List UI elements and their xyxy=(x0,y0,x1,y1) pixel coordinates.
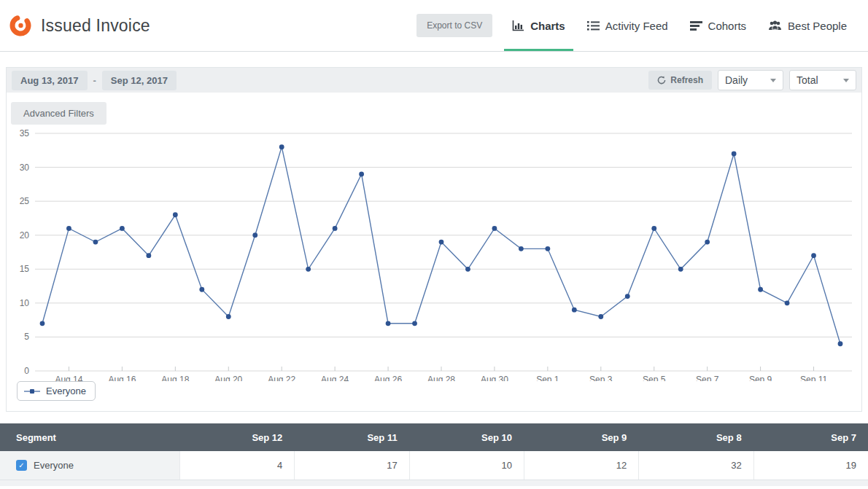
data-point xyxy=(279,144,284,149)
tab-label: Cohorts xyxy=(708,20,747,32)
svg-text:Sep 9: Sep 9 xyxy=(749,375,772,381)
data-point xyxy=(705,240,710,245)
list-icon xyxy=(587,20,600,31)
svg-text:Sep 5: Sep 5 xyxy=(643,375,666,381)
data-point xyxy=(545,246,550,251)
chart-toolbar: Aug 13, 2017 - Sep 12, 2017 Refresh Dail… xyxy=(7,68,861,93)
table-body: ✓Everyone41710123219 xyxy=(0,451,868,480)
tab-label: Best People xyxy=(788,20,847,32)
value-cell: 17 xyxy=(294,451,408,480)
svg-text:Sep 1: Sep 1 xyxy=(536,375,559,381)
start-date-button[interactable]: Aug 13, 2017 xyxy=(12,71,88,90)
segment-checkbox[interactable]: ✓ xyxy=(16,460,27,471)
rows-icon xyxy=(690,20,702,31)
data-point xyxy=(678,267,683,272)
people-icon xyxy=(768,20,782,31)
svg-text:Aug 20: Aug 20 xyxy=(214,375,242,381)
tab-activity-feed[interactable]: Activity Feed xyxy=(576,0,679,51)
data-point xyxy=(465,267,470,272)
svg-text:Aug 14: Aug 14 xyxy=(55,375,82,381)
svg-text:5: 5 xyxy=(24,332,29,342)
column-header: Segment xyxy=(0,432,179,443)
app-header: Issued Invoice Export to CSV Charts xyxy=(0,0,868,52)
data-point xyxy=(173,212,178,217)
refresh-label: Refresh xyxy=(670,75,703,85)
column-header: Sep 12 xyxy=(179,432,294,443)
app-logo-icon[interactable] xyxy=(7,12,34,39)
value-cell: 32 xyxy=(638,451,753,480)
svg-text:Aug 24: Aug 24 xyxy=(321,375,349,381)
legend-label: Everyone xyxy=(46,386,86,396)
line-chart-svg: 05101520253035Aug 14Aug 16Aug 18Aug 20Au… xyxy=(7,125,861,381)
svg-text:Aug 18: Aug 18 xyxy=(161,375,189,381)
filters-row: Advanced Filters xyxy=(7,93,861,125)
data-point xyxy=(120,226,125,231)
value-cell: 10 xyxy=(409,451,524,480)
column-header: Sep 9 xyxy=(524,432,638,443)
data-point xyxy=(758,287,763,292)
svg-text:Aug 28: Aug 28 xyxy=(427,375,455,381)
line-chart: 05101520253035Aug 14Aug 16Aug 18Aug 20Au… xyxy=(7,125,861,381)
column-header: Sep 10 xyxy=(409,432,524,443)
data-point xyxy=(732,152,737,157)
data-point xyxy=(811,253,816,258)
data-point xyxy=(40,321,45,326)
date-range-controls: Aug 13, 2017 - Sep 12, 2017 xyxy=(12,71,177,90)
svg-text:0: 0 xyxy=(24,366,29,376)
data-point xyxy=(519,246,524,251)
column-header: Sep 11 xyxy=(294,432,408,443)
svg-text:Aug 16: Aug 16 xyxy=(108,375,136,381)
value-cell: 12 xyxy=(524,451,638,480)
svg-text:25: 25 xyxy=(20,196,30,206)
data-point xyxy=(226,314,231,319)
data-point xyxy=(252,232,257,238)
bar-chart-icon xyxy=(512,20,524,31)
svg-text:15: 15 xyxy=(20,264,30,274)
segment-cell: ✓Everyone xyxy=(0,451,179,480)
svg-text:Sep 7: Sep 7 xyxy=(696,375,719,381)
chart-card: Aug 13, 2017 - Sep 12, 2017 Refresh Dail… xyxy=(6,67,862,412)
svg-text:Sep 11: Sep 11 xyxy=(800,375,827,381)
data-point xyxy=(785,300,790,305)
data-point xyxy=(146,253,151,258)
svg-text:30: 30 xyxy=(20,163,30,173)
data-point xyxy=(651,226,656,231)
data-point xyxy=(838,341,843,346)
interval-select[interactable]: Daily xyxy=(718,70,783,90)
svg-text:10: 10 xyxy=(20,298,30,308)
advanced-filters-button[interactable]: Advanced Filters xyxy=(11,102,106,125)
tab-charts[interactable]: Charts xyxy=(501,0,576,51)
segment-label: Everyone xyxy=(34,460,74,471)
data-point xyxy=(386,321,391,326)
table-row: ✓Everyone41710123219 xyxy=(0,451,868,480)
value-cell: 4 xyxy=(179,451,294,480)
data-point xyxy=(439,240,444,245)
data-point xyxy=(333,226,338,231)
export-csv-button[interactable]: Export to CSV xyxy=(416,14,492,37)
svg-text:35: 35 xyxy=(20,128,30,138)
main-tabs: Charts Activity Feed xyxy=(501,0,858,51)
refresh-icon xyxy=(657,76,666,85)
legend-everyone[interactable]: Everyone xyxy=(17,381,96,401)
chevron-down-icon xyxy=(770,79,776,82)
data-point xyxy=(306,267,311,272)
data-point xyxy=(625,294,630,299)
svg-text:Aug 26: Aug 26 xyxy=(374,375,402,381)
segments-table: SegmentSep 12Sep 11Sep 10Sep 9Sep 8Sep 7… xyxy=(0,423,868,486)
refresh-button[interactable]: Refresh xyxy=(648,71,712,90)
metric-selected-value: Total xyxy=(797,74,818,86)
tab-label: Charts xyxy=(530,20,565,32)
svg-text:Aug 30: Aug 30 xyxy=(481,375,508,381)
data-point xyxy=(199,287,204,292)
data-point xyxy=(66,226,71,231)
tab-label: Activity Feed xyxy=(605,20,668,32)
column-header: Sep 8 xyxy=(638,432,753,443)
end-date-button[interactable]: Sep 12, 2017 xyxy=(102,71,177,90)
table-footer-strip xyxy=(0,480,868,486)
tab-best-people[interactable]: Best People xyxy=(757,0,858,51)
tab-cohorts[interactable]: Cohorts xyxy=(679,0,758,51)
metric-select[interactable]: Total xyxy=(789,70,856,90)
interval-selected-value: Daily xyxy=(725,74,748,86)
legend-row: Everyone xyxy=(7,381,861,411)
svg-text:Aug 22: Aug 22 xyxy=(268,375,295,381)
